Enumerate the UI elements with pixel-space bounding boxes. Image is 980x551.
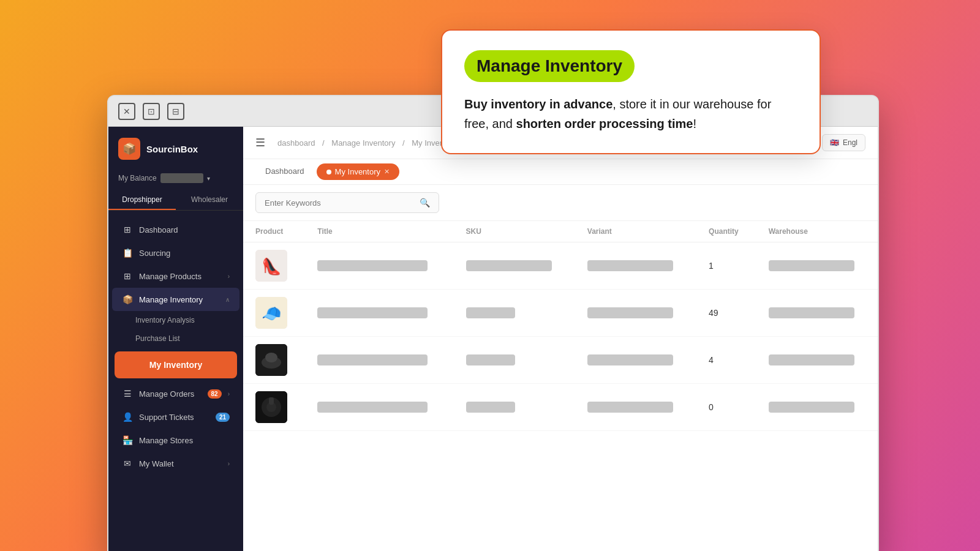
sidebar-item-manage-inventory[interactable]: 📦 Manage Inventory ∧ [112,288,239,311]
sidebar-item-dashboard[interactable]: ⊞ Dashboard [112,218,239,241]
sidebar-subitem-inventory-analysis[interactable]: Inventory Analysis [108,311,243,329]
title-placeholder [317,354,428,365]
hamburger-icon[interactable]: ☰ [255,136,265,149]
sku-placeholder [466,307,515,318]
dashboard-icon: ⊞ [122,224,133,235]
variant-placeholder [587,307,673,318]
sidebar-item-my-wallet[interactable]: ✉ My Wallet › [112,452,239,475]
sourcing-icon: 📋 [122,247,133,258]
quantity-cell: 4 [696,337,756,384]
sidebar-label-manage-orders: Manage Orders [139,389,202,399]
table-row: 0 [243,384,878,431]
tab-dot [326,170,331,174]
sidebar-label-manage-inventory: Manage Inventory [139,295,219,304]
svg-rect-10 [269,397,274,405]
tooltip-bold2: shorten order processing time [516,117,693,130]
quantity-value: 0 [709,402,714,412]
quantity-value: 1 [709,261,714,271]
sidebar-item-label-sourcing: Sourcing [139,249,230,258]
product-image: 🧢 [255,297,287,329]
table-row: 👠 [243,242,878,290]
sidebar-label-my-wallet: My Wallet [139,459,222,468]
sidebar-label-support: Support Tickets [139,413,209,422]
sidebar-item-manage-products[interactable]: ⊞ Manage Products › [112,264,239,288]
svg-text:👠: 👠 [262,257,282,276]
logo-icon: 📦 [118,138,140,160]
breadcrumb: dashboard / Manage Inventory / My Invent… [275,138,460,148]
tab-dashboard[interactable]: Dashboard [255,159,314,184]
warehouse-placeholder [769,307,854,318]
search-icon: 🔍 [420,198,430,208]
sku-cell [454,242,575,290]
tooltip-title: Manage Inventory [464,50,635,82]
chevron-up-icon: ∧ [225,296,230,303]
variant-cell [575,290,696,337]
tooltip-text4: ! [693,117,696,130]
manage-orders-icon: ☰ [122,388,133,399]
balance-amount [160,173,203,183]
manage-inventory-icon: 📦 [122,294,133,305]
product-cell: 🧢 [243,290,305,337]
support-badge: 21 [216,413,230,422]
quantity-value: 4 [709,355,714,365]
sku-cell [454,337,575,384]
product-image: 👠 [255,250,287,282]
language-selector[interactable]: 🇬🇧 Engl [822,134,865,151]
sku-placeholder [466,354,515,365]
search-row: 🔍 [243,185,878,221]
svg-text:🧢: 🧢 [262,304,282,323]
table-row: 4 [243,337,878,384]
variant-placeholder [587,260,673,271]
sku-placeholder [466,402,515,413]
support-icon: 👤 [122,411,133,422]
breadcrumb-dashboard[interactable]: dashboard [277,138,315,148]
search-input-wrapper[interactable]: 🔍 [255,192,439,213]
product-cell [243,337,305,384]
browser-minimize-btn[interactable]: ⊟ [167,103,184,120]
tabs-row: Dashboard My Inventory ✕ [243,159,878,185]
product-cell: 👠 [243,242,305,290]
title-cell [305,242,453,290]
warehouse-placeholder [769,354,854,365]
col-quantity: Quantity [696,221,756,242]
tooltip-card: Manage Inventory Buy inventory in advanc… [441,29,821,154]
browser-maximize-btn[interactable]: ⊡ [143,103,160,120]
sidebar-tab-dropshipper[interactable]: Dropshipper [108,190,176,210]
topbar-right: 🇬🇧 Engl [822,134,865,151]
browser-close-btn[interactable]: ✕ [118,103,135,120]
sidebar-tab-wholesaler[interactable]: Wholesaler [176,190,243,210]
stores-icon: 🏪 [122,435,133,446]
sidebar-label-manage-stores: Manage Stores [139,436,230,445]
orders-badge: 82 [208,389,222,399]
breadcrumb-manage-inventory[interactable]: Manage Inventory [331,138,395,148]
sidebar-label-manage-products: Manage Products [139,272,222,281]
tab-my-inventory[interactable]: My Inventory ✕ [317,163,399,180]
sidebar-item-manage-orders[interactable]: ☰ Manage Orders 82 › [112,382,239,405]
variant-placeholder [587,402,673,413]
my-inventory-sidebar-btn[interactable]: My Inventory [115,351,237,378]
warehouse-placeholder [769,402,854,413]
quantity-cell: 49 [696,290,756,337]
sidebar-item-support-tickets[interactable]: 👤 Support Tickets 21 [112,405,239,429]
variant-cell [575,242,696,290]
breadcrumb-separator2: / [402,138,407,148]
title-cell [305,337,453,384]
sku-placeholder [466,260,552,271]
product-image [255,391,287,423]
warehouse-cell [756,290,878,337]
svg-point-6 [265,353,277,362]
tooltip-bold1: Buy inventory in advance [464,97,612,111]
balance-label: My Balance [118,174,157,182]
search-input[interactable] [265,198,418,208]
sidebar-item-sourcing[interactable]: 📋 Sourcing [112,241,239,264]
sidebar-item-manage-stores[interactable]: 🏪 Manage Stores [112,429,239,452]
tab-close-icon[interactable]: ✕ [384,168,390,176]
product-cell [243,384,305,431]
chevron-right-icon: › [228,273,230,280]
sidebar-subitem-purchase-list[interactable]: Purchase List [108,329,243,348]
quantity-value: 49 [709,308,718,318]
col-variant: Variant [575,221,696,242]
manage-products-icon: ⊞ [122,271,133,282]
title-cell [305,290,453,337]
title-placeholder [317,307,428,318]
